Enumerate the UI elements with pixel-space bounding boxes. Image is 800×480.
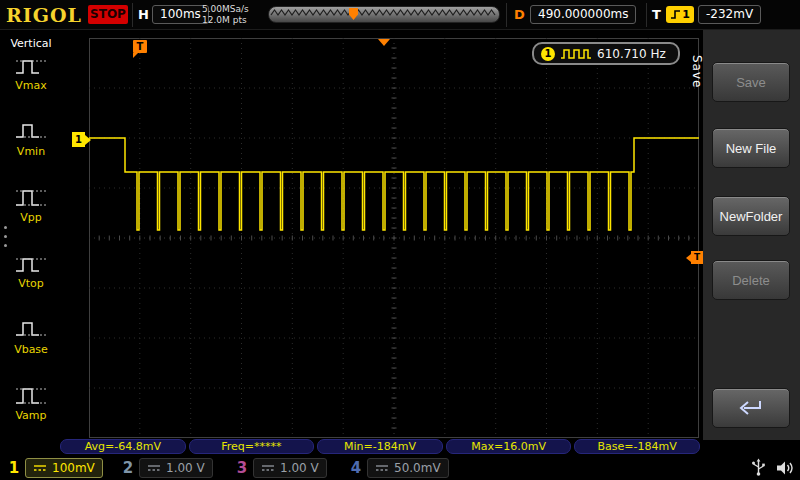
channel-scale: 100mV <box>52 461 95 475</box>
dc-coupling-icon <box>33 463 47 473</box>
freq-counter-channel-badge: 1 <box>541 47 555 61</box>
horizontal-label: H <box>138 7 149 22</box>
channel-number: 3 <box>236 459 248 477</box>
vbase-waveform-icon <box>14 318 48 342</box>
delay-readout: 490.000000ms <box>530 5 636 24</box>
new-file-button[interactable]: New File <box>712 128 790 168</box>
channel-3-status[interactable]: 3 1.00 V <box>236 456 327 479</box>
measurement-max: Max=16.0mV <box>446 439 572 454</box>
channel-status-bar: 1 100mV 2 1.00 V 3 <box>0 456 800 480</box>
vmin-waveform-icon <box>14 120 48 144</box>
save-menu-panel: Save Save New File NewFolder Delete <box>703 30 800 440</box>
vamp-waveform-icon <box>14 384 48 408</box>
measure-item-label: Vmin <box>0 145 62 158</box>
measure-item-vmax[interactable]: Vmax <box>0 52 62 110</box>
measurement-min: Min=-184mV <box>317 439 443 454</box>
measure-item-vbase[interactable]: Vbase <box>0 316 62 374</box>
return-arrow-icon <box>736 398 766 418</box>
acquisition-readout: 5.00MSa/s 12.0M pts <box>202 4 249 26</box>
dc-coupling-icon <box>261 463 275 473</box>
rigol-logo: RIGOL <box>6 4 82 26</box>
channel-scale: 50.0mV <box>394 461 441 475</box>
memory-depth: 12.0M pts <box>202 15 249 26</box>
top-status-bar: RIGOL STOP H 100ms 5.00MSa/s 12.0M pts D… <box>0 0 800 30</box>
trigger-source-badge: 1 <box>666 6 694 23</box>
run-state-badge: STOP <box>88 5 128 24</box>
timebase-readout: 100ms <box>152 5 209 24</box>
measure-item-vmin[interactable]: Vmin <box>0 118 62 176</box>
delay-label: D <box>514 7 525 22</box>
channel-scale: 1.00 V <box>280 461 319 475</box>
frequency-value: 610.710 Hz <box>597 47 666 61</box>
speaker-icon <box>775 459 795 477</box>
delete-button[interactable]: Delete <box>712 260 790 300</box>
menu-tab-save: Save <box>690 55 704 88</box>
measure-item-label: Vtop <box>0 277 62 290</box>
separator <box>132 3 133 27</box>
menu-page-indicator <box>4 226 7 253</box>
separator <box>646 3 647 27</box>
trigger-source-number: 1 <box>682 8 690 21</box>
usb-icon <box>750 458 767 477</box>
measurement-base: Base=-184mV <box>574 439 700 454</box>
dc-coupling-icon <box>147 463 161 473</box>
channel-number: 4 <box>350 459 362 477</box>
system-status-icons <box>750 458 795 477</box>
horizontal-position-bar[interactable] <box>268 6 500 23</box>
channel-1-status[interactable]: 1 100mV <box>8 456 103 479</box>
measure-item-vamp[interactable]: Vamp <box>0 382 62 440</box>
frequency-counter: 1 610.710 Hz <box>532 42 680 65</box>
vpp-waveform-icon <box>14 186 48 210</box>
graticule-and-waveform <box>89 38 699 438</box>
trigger-label: T <box>652 7 661 22</box>
measure-menu-title: Vertical <box>0 30 62 50</box>
sample-rate: 5.00MSa/s <box>202 4 249 15</box>
rising-edge-icon <box>670 9 681 20</box>
oscilloscope-screen: RIGOL STOP H 100ms 5.00MSa/s 12.0M pts D… <box>0 0 800 480</box>
measure-item-vtop[interactable]: Vtop <box>0 250 62 308</box>
trigger-position-indicator-icon[interactable] <box>378 39 390 46</box>
measurement-freq: Freq=***** <box>189 439 315 454</box>
posbar-waveform-preview <box>269 7 499 22</box>
measurement-readout-bar: Avg=-64.8mV Freq=***** Min=-184mV Max=16… <box>60 439 700 454</box>
trigger-level-readout: -232mV <box>698 5 761 24</box>
measure-item-label: Vpp <box>0 211 62 224</box>
trigger-level-marker[interactable]: T <box>691 251 703 264</box>
trigger-time-flag-icon[interactable]: T <box>133 40 147 53</box>
channel-4-status[interactable]: 4 50.0mV <box>350 456 449 479</box>
vmax-waveform-icon <box>14 54 48 78</box>
channel-number: 2 <box>122 459 134 477</box>
channel-2-status[interactable]: 2 1.00 V <box>122 456 213 479</box>
measure-item-label: Vbase <box>0 343 62 356</box>
channel-scale: 1.00 V <box>166 461 205 475</box>
back-button[interactable] <box>712 388 790 428</box>
dc-coupling-icon <box>375 463 389 473</box>
save-button[interactable]: Save <box>712 62 790 102</box>
square-wave-icon <box>560 47 592 60</box>
channel-number: 1 <box>8 459 20 477</box>
left-measure-menu: Vertical Vmax Vmin Vpp <box>0 30 62 440</box>
measure-item-vpp[interactable]: Vpp <box>0 184 62 242</box>
vtop-waveform-icon <box>14 252 48 276</box>
separator <box>506 3 507 27</box>
measure-item-label: Vamp <box>0 409 62 422</box>
measure-item-label: Vmax <box>0 79 62 92</box>
new-folder-button[interactable]: NewFolder <box>712 196 790 236</box>
measurement-avg: Avg=-64.8mV <box>60 439 186 454</box>
channel1-ground-marker[interactable]: 1 <box>72 132 85 147</box>
